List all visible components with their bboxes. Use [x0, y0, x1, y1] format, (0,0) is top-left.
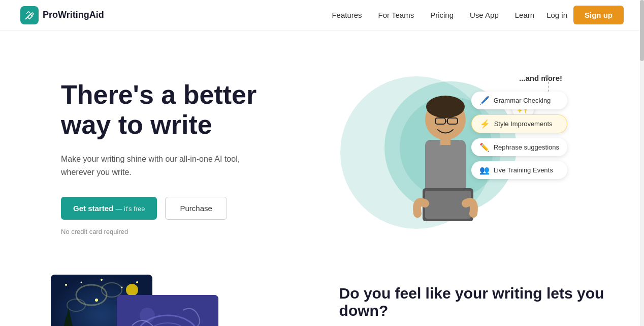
logo-area[interactable]: ProWritingAid [20, 6, 104, 24]
nav-link-use-app[interactable]: Use App [470, 11, 499, 19]
hero-title: There's a better way to write [61, 80, 325, 141]
svg-rect-8 [440, 137, 450, 145]
rephrase-label: Rephrase suggestions [494, 143, 559, 151]
hero-buttons: Get started — it's free Purchase [61, 197, 325, 220]
idea-in-head-image: My idea in my head [117, 295, 218, 326]
svg-point-21 [95, 299, 98, 302]
scrollbar-thumb [640, 0, 644, 61]
image-stack: My idea in my head [51, 275, 244, 326]
grammar-label: Grammar Checking [494, 97, 551, 104]
hero-subtitle: Make your writing shine with our all-in-… [61, 153, 264, 179]
nav-link-learn[interactable]: Learn [515, 11, 534, 19]
svg-point-3 [426, 96, 465, 118]
svg-point-19 [121, 287, 123, 288]
svg-point-20 [136, 281, 138, 283]
nav-link-features[interactable]: Features [332, 11, 362, 19]
second-section-text: Do you feel like your writing lets you d… [339, 275, 624, 326]
signup-button[interactable]: Sign up [573, 6, 624, 24]
login-button[interactable]: Log in [546, 11, 567, 19]
logo-icon [20, 6, 39, 24]
get-started-button[interactable]: Get started — it's free [61, 197, 157, 220]
second-section-images: My idea in my head [51, 275, 309, 326]
svg-point-11 [545, 75, 549, 78]
svg-point-17 [81, 282, 82, 283]
svg-point-18 [101, 279, 103, 281]
hero-left: There's a better way to write Make your … [61, 80, 325, 236]
hero-section: There's a better way to write Make your … [0, 31, 644, 275]
style-icon: ⚡ [480, 119, 490, 129]
nav-link-pricing[interactable]: Pricing [430, 11, 454, 19]
page-scrollbar[interactable] [640, 0, 644, 326]
feature-pill-training: 👥 Live Training Events [471, 161, 567, 179]
navbar: ProWritingAid Features For Teams Pricing… [0, 0, 644, 31]
svg-rect-29 [117, 295, 218, 326]
hero-right: ...and more! ✨ 🖊️ Grammar Checking ⚡ Sty… [325, 61, 606, 254]
second-section-title: Do you feel like your writing lets you d… [339, 285, 624, 319]
purchase-button[interactable]: Purchase [165, 197, 227, 220]
feature-pills: 🖊️ Grammar Checking ⚡ Style Improvements… [471, 92, 567, 179]
training-label: Live Training Events [494, 166, 553, 174]
feature-pill-style: ⚡ Style Improvements [471, 114, 567, 133]
svg-point-23 [126, 284, 138, 296]
no-credit-text: No credit card required [61, 228, 325, 235]
svg-point-16 [65, 284, 67, 286]
nav-link-for-teams[interactable]: For Teams [378, 11, 414, 19]
grammar-icon: 🖊️ [479, 96, 490, 105]
brand-name: ProWritingAid [43, 10, 104, 20]
style-label: Style Improvements [494, 120, 553, 128]
second-section: My idea in my head Do you feel like your… [0, 275, 644, 326]
feature-pill-rephrase: ✏️ Rephrase suggestions [471, 138, 567, 156]
rephrase-icon: ✏️ [479, 142, 490, 152]
hero-illustration: ...and more! ✨ 🖊️ Grammar Checking ⚡ Sty… [369, 66, 562, 249]
nav-links: Features For Teams Pricing Use App Learn [332, 11, 534, 19]
feature-pill-grammar: 🖊️ Grammar Checking [471, 92, 567, 109]
training-icon: 👥 [479, 165, 490, 175]
